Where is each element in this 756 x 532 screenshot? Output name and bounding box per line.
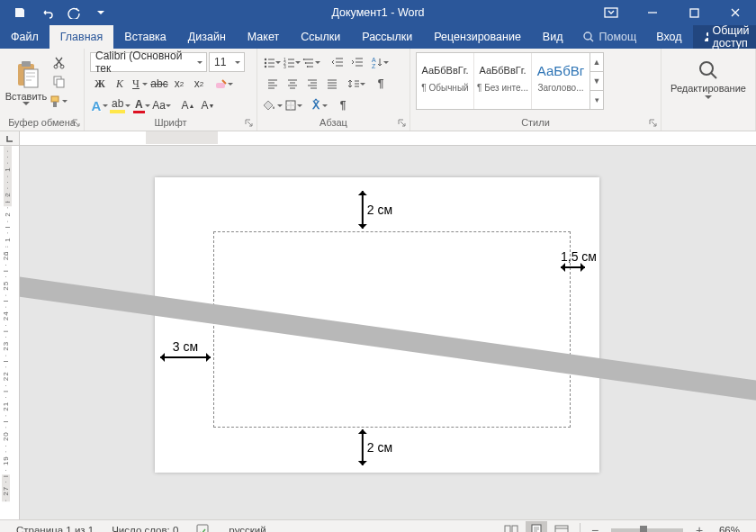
tab-references[interactable]: Ссылки <box>290 25 351 49</box>
tab-home[interactable]: Главная <box>50 25 114 49</box>
horizontal-ruler[interactable]: 3 · I · 2 · I · 1 · I · · I · 1 · I · 2 … <box>20 131 756 146</box>
tab-selector[interactable] <box>0 131 20 146</box>
editing-menu[interactable]: Редактирование <box>670 52 746 100</box>
borders-button[interactable] <box>284 95 304 115</box>
word-count-status[interactable]: Число слов: 0 <box>103 525 187 533</box>
group-paragraph: 123 AZ ¶ X̂ ¶ Абзац <box>257 49 410 131</box>
shading-button[interactable] <box>263 95 284 115</box>
tab-review[interactable]: Рецензирование <box>423 25 532 49</box>
title-bar: Документ1 - Word <box>0 0 756 25</box>
highlight-button[interactable]: ab <box>110 95 132 115</box>
styles-dialog-launcher[interactable] <box>647 117 659 129</box>
text-effects-button[interactable]: A <box>90 95 110 115</box>
grow-font-button[interactable]: A▲ <box>178 95 198 115</box>
editing-label: Редактирование <box>670 83 746 94</box>
svg-rect-31 <box>555 526 568 533</box>
superscript-button[interactable]: x2 <box>189 74 209 94</box>
page-number-status[interactable]: Страница 1 из 1 <box>7 525 103 533</box>
bullets-button[interactable] <box>263 52 283 72</box>
status-bar: Страница 1 из 1 Число слов: 0 русский − … <box>0 519 756 532</box>
print-layout-button[interactable] <box>526 521 547 533</box>
document-area[interactable]: 2 см 2 см 3 см 1,5 см <box>20 146 756 519</box>
ribbon-options-button[interactable] <box>590 0 632 25</box>
paste-button[interactable]: Вставить <box>5 59 47 106</box>
tab-mailings[interactable]: Рассылки <box>351 25 423 49</box>
zoom-level[interactable]: 66% <box>710 525 749 533</box>
tab-layout[interactable]: Макет <box>237 25 290 49</box>
style-heading1[interactable]: АаБбВгЗаголово... <box>532 53 590 109</box>
svg-rect-5 <box>22 61 31 67</box>
change-case-button[interactable]: Aa <box>152 95 173 115</box>
tab-file[interactable]: Файл <box>0 25 50 49</box>
justify-button[interactable] <box>322 74 342 94</box>
paragraph-dialog-launcher[interactable] <box>396 117 408 129</box>
paragraph-marks-button[interactable]: ¶ <box>333 95 353 115</box>
svg-point-16 <box>265 66 266 68</box>
ruler-v-text2: · 19 · · 20 · I · 21 · I · 22 · I · 23 ·… <box>2 245 10 472</box>
style-no-spacing[interactable]: АаБбВвГг.¶ Без инте... <box>474 53 532 109</box>
svg-rect-0 <box>605 8 617 17</box>
web-layout-button[interactable] <box>551 521 572 533</box>
minimize-button[interactable] <box>632 0 673 25</box>
gallery-down[interactable]: ▼ <box>590 72 603 91</box>
asian-layout-button[interactable]: X̂ <box>310 95 329 115</box>
language-status[interactable]: русский <box>220 525 274 533</box>
spellcheck-status[interactable] <box>187 523 220 533</box>
svg-point-15 <box>265 62 266 64</box>
svg-text:Z: Z <box>372 63 376 68</box>
multilevel-button[interactable] <box>302 52 322 72</box>
gallery-up[interactable]: ▲ <box>590 53 603 72</box>
style-normal[interactable]: АаБбВвГг.¶ Обычный <box>417 53 474 109</box>
zoom-in-button[interactable]: + <box>692 523 706 533</box>
svg-point-2 <box>584 32 591 40</box>
read-mode-button[interactable] <box>500 521 522 533</box>
svg-point-22 <box>307 66 309 68</box>
margin-left-arrow <box>160 356 211 358</box>
align-center-button[interactable] <box>283 74 302 94</box>
maximize-button[interactable] <box>673 0 715 25</box>
qat-customize[interactable] <box>88 2 113 23</box>
clipboard-dialog-launcher[interactable] <box>70 117 82 129</box>
svg-point-20 <box>303 59 305 60</box>
tab-design[interactable]: Дизайн <box>177 25 237 49</box>
strikethrough-button[interactable]: abc <box>149 74 169 94</box>
font-name-combo[interactable]: Calibri (Основной тек <box>90 52 207 72</box>
style-preview: АаБбВг <box>535 58 587 83</box>
tab-insert[interactable]: Вставка <box>113 25 176 49</box>
save-button[interactable] <box>7 2 32 23</box>
tab-view[interactable]: Вид <box>532 25 574 49</box>
group-styles: АаБбВвГг.¶ Обычный АаБбВвГг.¶ Без инте..… <box>410 49 662 131</box>
bold-button[interactable]: Ж <box>90 74 110 94</box>
zoom-out-button[interactable]: − <box>588 523 602 533</box>
font-dialog-launcher[interactable] <box>243 117 255 129</box>
tell-me-search[interactable]: Помощ <box>573 31 645 43</box>
zoom-slider[interactable] <box>611 528 683 532</box>
svg-rect-11 <box>51 96 58 102</box>
clear-formatting-button[interactable] <box>214 74 235 94</box>
decrease-indent-button[interactable] <box>328 52 347 72</box>
close-button[interactable] <box>715 0 756 25</box>
redo-button[interactable] <box>61 2 86 23</box>
line-spacing-button[interactable] <box>347 74 367 94</box>
signin-button[interactable]: Вход <box>645 25 692 49</box>
font-size-combo[interactable]: 11 <box>209 52 245 72</box>
format-painter-button[interactable] <box>49 92 69 111</box>
svg-rect-28 <box>505 526 510 533</box>
align-right-button[interactable] <box>302 74 322 94</box>
font-color-button[interactable]: A <box>132 95 152 115</box>
numbering-button[interactable]: 123 <box>283 52 302 72</box>
gallery-more[interactable]: ▾ <box>590 91 603 109</box>
share-button[interactable]: Общий доступ <box>693 25 756 49</box>
align-left-button[interactable] <box>263 74 283 94</box>
shrink-font-button[interactable]: A▼ <box>198 95 218 115</box>
italic-button[interactable]: К <box>110 74 130 94</box>
show-marks-button[interactable]: ¶ <box>371 74 391 94</box>
underline-button[interactable]: Ч <box>130 74 149 94</box>
cut-button[interactable] <box>49 53 69 72</box>
undo-button[interactable] <box>34 2 59 23</box>
vertical-ruler[interactable]: · 2 · · · 1 · · · ·· · 1 · I · 2 · I · ·… <box>0 146 20 519</box>
subscript-button[interactable]: x2 <box>169 74 189 94</box>
increase-indent-button[interactable] <box>347 52 367 72</box>
copy-button[interactable] <box>49 72 69 91</box>
sort-button[interactable]: AZ <box>371 52 391 72</box>
